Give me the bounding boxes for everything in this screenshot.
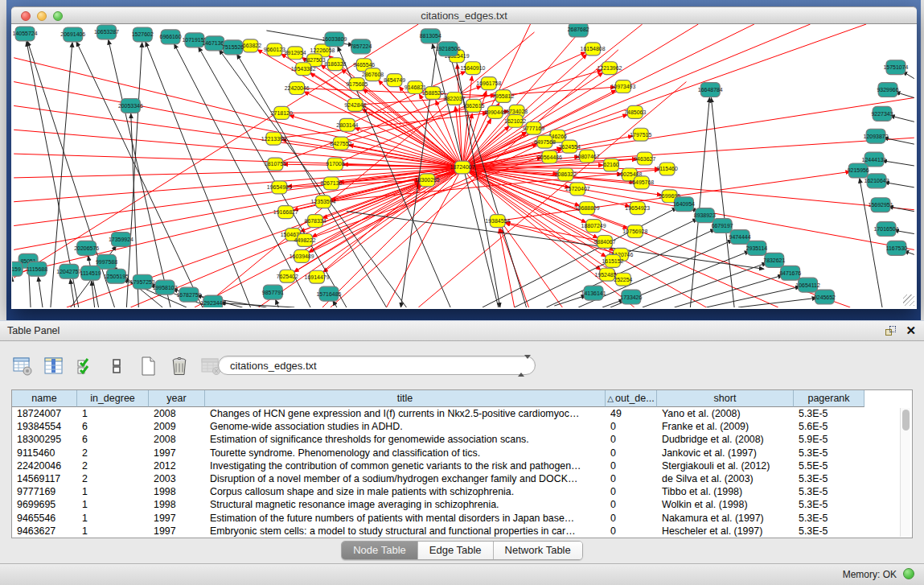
cited-node[interactable]: 8813054 bbox=[420, 29, 441, 43]
cited-node[interactable]: 2935114 bbox=[746, 241, 768, 255]
citing-node[interactable]: 7955812 bbox=[492, 90, 514, 103]
cited-node[interactable]: 15751074 bbox=[883, 60, 908, 75]
citing-node[interactable]: 16961758 bbox=[476, 77, 501, 90]
citation-network-graph[interactable]: 1872400796601238912954122260589827503105… bbox=[12, 24, 916, 307]
cited-node[interactable]: 17016504 bbox=[874, 222, 899, 237]
cited-node[interactable]: 1167530 bbox=[886, 241, 908, 255]
column-header-short[interactable]: short bbox=[657, 390, 794, 407]
citing-node[interactable]: 252254 bbox=[614, 273, 632, 286]
column-visibility-icon[interactable] bbox=[43, 356, 64, 377]
close-panel-icon[interactable]: ✕ bbox=[906, 323, 916, 338]
table-scrollbar-thumb[interactable] bbox=[902, 410, 910, 431]
citing-node[interactable]: 9463627 bbox=[634, 152, 655, 165]
table-scrollbar[interactable] bbox=[900, 408, 910, 537]
table-row[interactable]: 2242004622012Investigating the contribut… bbox=[12, 459, 912, 472]
table-row[interactable]: 911546021997Tourette syndrome. Phenomeno… bbox=[12, 447, 912, 459]
citing-node[interactable]: 7485063 bbox=[624, 105, 646, 118]
row-height-icon[interactable] bbox=[105, 356, 127, 377]
cited-node[interactable]: 20206576 bbox=[74, 241, 99, 255]
cited-node[interactable]: 9215956 bbox=[848, 163, 869, 178]
citing-node[interactable]: 16914479 bbox=[305, 270, 330, 283]
cited-node[interactable]: 1640954 bbox=[673, 197, 695, 212]
cited-node[interactable]: 12505195 bbox=[104, 269, 129, 283]
network-canvas[interactable]: 1872400796601238912954122260589827503105… bbox=[12, 24, 916, 307]
cited-node[interactable]: 15692951 bbox=[869, 198, 893, 212]
table-row[interactable]: 1830029562008Estimation of significance … bbox=[12, 433, 912, 446]
cited-node[interactable]: 16782759 bbox=[176, 287, 201, 302]
column-header-pagerank[interactable]: pagerank bbox=[794, 390, 864, 407]
cited-node[interactable]: 1733426 bbox=[620, 290, 642, 304]
cited-node[interactable]: 16210643 bbox=[864, 174, 889, 188]
cited-node[interactable]: 8471676 bbox=[779, 266, 801, 280]
cited-node[interactable]: 12093872 bbox=[864, 129, 889, 143]
cited-node[interactable]: 20691406 bbox=[60, 27, 85, 42]
new-column-icon[interactable] bbox=[137, 356, 158, 377]
cited-node[interactable]: 9474444 bbox=[729, 230, 751, 245]
cited-node[interactable]: 9245652 bbox=[814, 290, 836, 304]
cited-node[interactable]: 1527602 bbox=[132, 27, 154, 42]
table-row[interactable]: 946554611997Estimation of the future num… bbox=[12, 512, 912, 525]
cited-node[interactable]: 17359924 bbox=[109, 233, 133, 247]
cited-node[interactable]: 16033809 bbox=[322, 32, 347, 47]
table-row[interactable]: 1938455462009Genome-wide association stu… bbox=[12, 420, 912, 433]
table-row[interactable]: 1456911722003Disruption of a novel membe… bbox=[12, 472, 912, 485]
cited-node[interactable]: 9227343 bbox=[872, 106, 893, 121]
citing-node[interactable]: 9115460 bbox=[656, 163, 678, 175]
cited-node[interactable]: 14136141 bbox=[581, 286, 606, 300]
delete-icon[interactable] bbox=[168, 356, 190, 377]
citing-node[interactable]: 19654985 bbox=[267, 181, 292, 194]
citing-node[interactable]: 62160 bbox=[603, 159, 618, 171]
citing-node[interactable]: 10688809 bbox=[575, 202, 600, 215]
citing-node[interactable]: 19384554 bbox=[485, 215, 510, 228]
cited-node[interactable]: 15716485 bbox=[316, 286, 341, 301]
citing-node[interactable]: 15640910 bbox=[460, 62, 485, 75]
table-row[interactable]: 946362711997Embryonic stem cells: a mode… bbox=[12, 525, 912, 538]
table-header-row[interactable]: namein_degreeyeartitle△out_de...shortpag… bbox=[12, 390, 912, 407]
cited-node[interactable]: 7832621 bbox=[763, 253, 785, 267]
citing-node[interactable]: 1362615 bbox=[462, 99, 484, 112]
cited-node[interactable]: 7857224 bbox=[350, 39, 372, 54]
tab-node-table[interactable]: Node Table bbox=[342, 542, 418, 559]
citing-node[interactable]: 8990448 bbox=[484, 105, 506, 118]
cited-node[interactable]: 10653287 bbox=[94, 25, 119, 39]
citing-node[interactable]: 12353594 bbox=[311, 196, 336, 208]
cited-node[interactable]: 9857791 bbox=[262, 285, 284, 299]
table-row[interactable]: 977716911998Corpus callosum shape and si… bbox=[12, 485, 912, 498]
cited-node[interactable]: 9329966 bbox=[877, 83, 898, 97]
table-selector-dropdown[interactable]: citations_edges.txt bbox=[218, 356, 536, 375]
cited-node[interactable]: 6966160 bbox=[160, 30, 182, 44]
tab-edge-table[interactable]: Edge Table bbox=[418, 542, 494, 559]
cited-node[interactable]: 39159 bbox=[12, 262, 23, 276]
cited-node[interactable]: 19218506 bbox=[436, 42, 461, 56]
cited-node[interactable]: 17957253 bbox=[130, 274, 155, 289]
table-row[interactable]: 969969511998Structural magnetic resonanc… bbox=[12, 498, 912, 511]
table-body[interactable]: 1872400712008Changes of HCN gene express… bbox=[12, 407, 912, 538]
citing-node[interactable]: 16154808 bbox=[581, 43, 606, 56]
cited-node[interactable]: 10654112 bbox=[795, 278, 820, 292]
cited-node[interactable]: 7515526 bbox=[222, 40, 244, 55]
tab-network-table[interactable]: Network Table bbox=[494, 542, 582, 559]
cited-node[interactable]: 16648784 bbox=[698, 83, 723, 97]
window-resize-grip-icon[interactable] bbox=[903, 295, 914, 306]
citing-node[interactable]: 2803144 bbox=[336, 118, 358, 131]
cited-node[interactable]: 8938923 bbox=[694, 208, 716, 223]
column-header-year[interactable]: year bbox=[149, 390, 205, 407]
column-header-in_degree[interactable]: in_degree bbox=[77, 390, 149, 407]
cited-node[interactable]: 2687682 bbox=[568, 24, 589, 37]
column-header-name[interactable]: name bbox=[12, 390, 77, 407]
cited-node[interactable]: 1115688 bbox=[27, 262, 47, 276]
table-row[interactable]: 1872400712008Changes of HCN gene express… bbox=[12, 407, 912, 420]
cited-node[interactable]: 6679197 bbox=[712, 219, 733, 233]
cited-node[interactable]: 12042757 bbox=[56, 264, 81, 278]
cited-node[interactable]: 20053346 bbox=[118, 98, 143, 113]
citing-node[interactable]: 8267130 bbox=[320, 177, 342, 190]
table-options-icon[interactable] bbox=[11, 356, 33, 377]
cited-node[interactable]: 19958107 bbox=[153, 280, 178, 295]
memory-status-icon[interactable] bbox=[903, 568, 914, 579]
cited-node[interactable]: 14055724 bbox=[13, 27, 38, 41]
column-header-title[interactable]: title bbox=[205, 390, 606, 407]
float-panel-icon[interactable] bbox=[885, 326, 897, 337]
network-window-titlebar[interactable]: citations_edges.txt bbox=[11, 6, 917, 24]
citing-node[interactable]: 19654923 bbox=[625, 202, 650, 215]
select-columns-icon[interactable] bbox=[74, 356, 96, 377]
